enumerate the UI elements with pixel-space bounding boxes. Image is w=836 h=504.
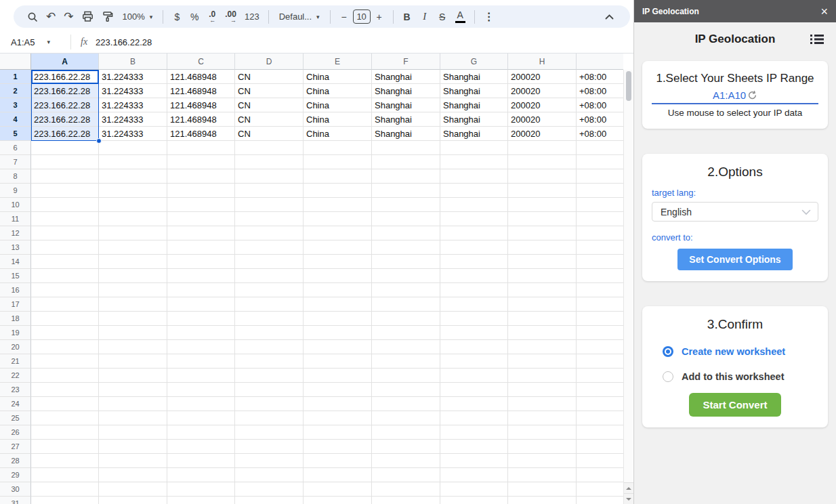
grid-cell[interactable]: CN [235,98,304,112]
grid-cell[interactable]: CN [235,84,304,98]
grid-cell[interactable] [99,454,167,468]
close-icon[interactable]: × [820,5,828,18]
grid-cell[interactable] [99,255,167,269]
grid-cell[interactable] [99,340,167,354]
grid-cell[interactable]: Shanghai [440,98,508,112]
grid-cell[interactable]: +08:00 [577,70,623,84]
row-header-1[interactable]: 1 [0,70,31,84]
grid-cell[interactable] [304,497,372,504]
grid-cell[interactable]: 31.224333 [99,84,167,98]
grid-cell[interactable] [508,198,577,212]
grid-cell[interactable]: 31.224333 [99,70,167,84]
grid-cell[interactable] [99,226,167,240]
grid-cell[interactable] [31,212,99,226]
grid-cell[interactable] [577,212,623,226]
radio-create-new-row[interactable]: Create new worksheet [663,346,818,357]
grid-cell[interactable] [372,440,440,454]
column-header-E[interactable]: E [304,54,372,70]
grid-cell[interactable] [577,283,623,297]
grid-cell[interactable] [508,497,577,504]
grid-cell[interactable] [31,440,99,454]
grid-cell[interactable] [304,169,372,184]
grid-cell[interactable] [31,354,99,369]
grid-cell[interactable] [235,212,304,226]
grid-cell[interactable]: +08:00 [577,84,623,98]
grid-cell[interactable] [99,155,167,169]
grid-cell[interactable] [235,283,304,297]
refresh-icon[interactable] [747,90,757,100]
grid-cell[interactable] [31,226,99,240]
grid-cell[interactable]: Shanghai [372,84,440,98]
grid-cell[interactable] [440,468,508,482]
fill-handle[interactable] [96,138,102,144]
grid-cell[interactable] [167,369,235,383]
grid-cell[interactable] [235,397,304,411]
grid-cell[interactable]: 223.166.22.28 [31,84,99,98]
grid-cell[interactable] [508,226,577,240]
grid-cell[interactable] [167,297,235,312]
grid-cell[interactable] [99,383,167,397]
grid-cell[interactable] [304,425,372,440]
column-header-I[interactable]: I [577,54,623,70]
grid-cell[interactable] [99,269,167,283]
scrollbar-thumb[interactable] [626,71,631,101]
grid-cell[interactable]: +08:00 [577,98,623,112]
grid-cell[interactable] [577,141,623,155]
grid-cell[interactable] [440,497,508,504]
grid-cell[interactable] [508,440,577,454]
grid-cell[interactable]: Shanghai [440,127,508,141]
grid-cell[interactable]: China [304,84,372,98]
grid-cell[interactable] [508,240,577,255]
grid-cell[interactable] [577,497,623,504]
grid-cell[interactable] [167,155,235,169]
grid-cell[interactable] [372,255,440,269]
grid-cell[interactable]: 31.224333 [99,98,167,112]
vertical-scrollbar[interactable] [623,70,633,504]
grid-cell[interactable]: Shanghai [440,112,508,127]
grid-cell[interactable] [508,354,577,369]
grid-cell[interactable] [440,297,508,312]
grid-cell[interactable] [235,440,304,454]
grid-cell[interactable] [31,184,99,198]
grid-cell[interactable] [99,212,167,226]
grid-cell[interactable] [440,482,508,497]
grid-cell[interactable] [167,269,235,283]
grid-cell[interactable] [508,454,577,468]
scroll-down-button[interactable] [624,493,633,504]
grid-cell[interactable] [577,198,623,212]
grid-cell[interactable] [304,283,372,297]
grid-cell[interactable] [577,169,623,184]
grid-cell[interactable]: 223.166.22.28 [31,70,99,84]
grid-cell[interactable] [99,326,167,340]
grid-cell[interactable] [235,169,304,184]
grid-cell[interactable] [99,397,167,411]
row-header-9[interactable]: 9 [0,184,31,198]
increase-font-size-button[interactable]: + [371,8,388,26]
grid-cell[interactable] [440,397,508,411]
grid-cell[interactable] [440,312,508,326]
grid-cell[interactable] [167,397,235,411]
grid-cell[interactable] [577,240,623,255]
grid-cell[interactable] [304,141,372,155]
grid-cell[interactable] [440,283,508,297]
start-convert-button[interactable]: Start Convert [689,393,780,417]
language-select[interactable]: English [652,202,818,222]
grid-cell[interactable] [372,369,440,383]
redo-icon[interactable]: ↷ [60,8,77,26]
grid-cell[interactable] [304,440,372,454]
grid-cell[interactable] [31,141,99,155]
text-color-button[interactable]: A [451,8,469,26]
grid-cell[interactable] [508,383,577,397]
grid-cell[interactable] [235,425,304,440]
grid-cell[interactable]: 31.224333 [99,112,167,127]
grid-cell[interactable] [235,369,304,383]
grid-cell[interactable] [99,468,167,482]
grid-cell[interactable] [440,269,508,283]
grid-cell[interactable] [304,354,372,369]
grid-cell[interactable] [577,269,623,283]
grid-cell[interactable] [372,397,440,411]
grid-cell[interactable] [508,411,577,425]
grid-cell[interactable] [167,226,235,240]
row-header-7[interactable]: 7 [0,155,31,169]
grid-cell[interactable] [440,226,508,240]
